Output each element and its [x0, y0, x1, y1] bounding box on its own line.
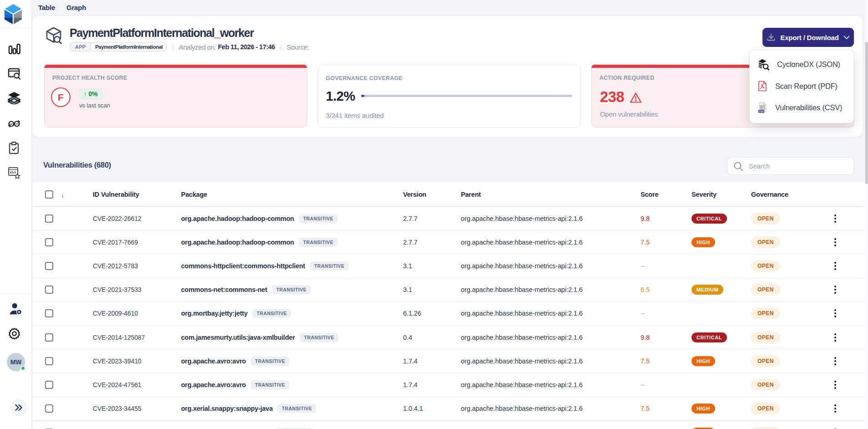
column-header-score[interactable]: Score [641, 191, 658, 198]
sidebar-expand-button[interactable] [10, 399, 27, 416]
cell-governance: OPEN [751, 284, 780, 296]
csv-icon: CSV [757, 102, 767, 113]
menu-item-scan-report-pdf[interactable]: Scan Report (PDF) [750, 76, 854, 97]
kebab-dot [834, 214, 836, 216]
cell-package: org.apache.hadoop:hadoop-common TRANSITI… [181, 214, 338, 223]
search-box [727, 157, 854, 175]
scrollbar-thumb[interactable] [865, 42, 868, 184]
sidebar-item-reports[interactable] [8, 167, 20, 179]
sidebar-item-scan-explorer[interactable] [8, 67, 20, 80]
cell-id: CVE-2014-125087 [93, 334, 145, 341]
cell-parent: org.apache.hbase:hbase-metrics-api:2.1.6 [461, 215, 583, 222]
cell-parent: org.apache.hbase:hbase-metrics-api:2.1.6 [461, 239, 583, 246]
cell-severity: HIGH [691, 403, 715, 414]
cell-severity: CRITICAL [691, 214, 727, 224]
pdf-icon [757, 81, 767, 92]
row-checkbox[interactable] [45, 286, 53, 294]
cell-parent: org.apache.hbase:hbase-metrics-api:2.1.6 [461, 334, 583, 341]
menu-item-vulnerabilities-csv[interactable]: CSV Vulnerabilities (CSV) [750, 97, 854, 119]
column-header-severity[interactable]: Severity [691, 191, 717, 198]
row-checkbox[interactable] [45, 381, 53, 389]
row-actions-menu[interactable] [832, 285, 839, 294]
row-actions-menu[interactable] [832, 261, 839, 271]
severity-badge: CRITICAL [691, 332, 727, 342]
menu-item-cyclonedx-json[interactable]: CycloneDX (JSON) [750, 54, 854, 76]
column-header-id[interactable]: ID Vulnerability [93, 191, 139, 198]
sort-descending-icon[interactable]: ↓ [61, 190, 65, 198]
export-menu: CycloneDX (JSON) Scan Report (PDF) CSV V… [750, 50, 854, 123]
row-actions-menu[interactable] [832, 357, 839, 366]
column-header-version[interactable]: Version [403, 191, 426, 198]
cell-score: -- [641, 381, 645, 388]
severity-badge: MEDIUM [691, 285, 723, 295]
row-checkbox[interactable] [45, 214, 53, 223]
kebab-dot [834, 381, 836, 383]
row-checkbox[interactable] [45, 262, 53, 270]
gear-icon [8, 327, 20, 340]
transitive-tag: TRANSITIVE [252, 309, 291, 318]
row-actions-menu[interactable] [832, 309, 839, 318]
row-actions-menu[interactable] [832, 404, 839, 413]
vertical-scrollbar[interactable] [865, 0, 868, 429]
cyclonedx-icon [757, 59, 769, 71]
kebab-dot [834, 333, 836, 335]
sidebar-item-dashboard[interactable] [8, 42, 20, 55]
row-checkbox[interactable] [45, 309, 53, 317]
sidebar-item-layers[interactable] [8, 92, 20, 104]
governance-coverage-value: 1.2% [326, 89, 355, 104]
sidebar-item-settings[interactable] [8, 327, 20, 340]
report-star-icon [8, 167, 20, 179]
cell-id: CVE-2023-39410 [93, 358, 141, 365]
package-name: commons-net:commons-net [181, 286, 267, 293]
table-row: CVE-2024-47561 org.apache.avro:avro TRAN… [33, 373, 865, 397]
transitive-tag: TRANSITIVE [251, 380, 289, 389]
sidebar-item-users[interactable] [9, 302, 22, 315]
column-header-governance[interactable]: Governance [751, 191, 788, 198]
row-checkbox[interactable] [45, 238, 53, 246]
cell-score: -- [641, 310, 645, 317]
row-checkbox[interactable] [45, 333, 53, 342]
row-checkbox[interactable] [45, 404, 53, 413]
kebab-dot [834, 309, 836, 311]
governance-badge: OPEN [751, 307, 780, 319]
row-actions-menu[interactable] [832, 380, 839, 389]
meta-separator: | [172, 43, 174, 51]
row-actions-menu[interactable] [832, 214, 839, 223]
sidebar-item-devops[interactable]: DEV OPS [8, 117, 20, 130]
governance-progress-fill [361, 95, 364, 97]
cell-score: 9.8 [641, 215, 650, 222]
view-tabs: Table Graph [0, 0, 868, 16]
page-title: PaymentPlatformInternational_worker [70, 26, 253, 40]
column-header-package[interactable]: Package [181, 191, 207, 198]
action-required-value: 238 [600, 88, 625, 106]
app-logo-icon[interactable] [5, 4, 22, 25]
cell-version: 1.0.4.1 [403, 405, 423, 412]
search-input[interactable] [749, 163, 840, 170]
row-actions-menu[interactable] [832, 333, 839, 342]
sidebar-item-audit[interactable] [8, 142, 20, 154]
user-plus-icon [9, 302, 22, 315]
governance-badge: OPEN [751, 379, 780, 391]
transitive-tag: TRANSITIVE [251, 357, 289, 366]
cell-package: org.mortbay.jetty:jetty TRANSITIVE [181, 309, 291, 318]
tab-graph[interactable]: Graph [66, 4, 86, 11]
cell-parent: org.apache.hbase:hbase-metrics-api:2.1.6 [461, 310, 583, 317]
tab-table[interactable]: Table [38, 4, 55, 11]
cell-governance: OPEN [751, 379, 780, 391]
column-header-parent[interactable]: Parent [461, 191, 481, 198]
kebab-dot [834, 241, 836, 243]
export-download-button[interactable]: Export / Download [762, 28, 854, 47]
row-checkbox[interactable] [45, 357, 53, 365]
cell-version: 6.1.26 [403, 310, 421, 317]
cell-severity: HIGH [691, 237, 715, 247]
avatar-initials: MW [10, 358, 21, 366]
cell-package: org.apache.avro:avro TRANSITIVE [181, 380, 289, 389]
row-actions-menu[interactable] [832, 238, 839, 247]
avatar[interactable]: MW [7, 353, 25, 371]
cell-id: CVE-2009-4610 [93, 310, 138, 317]
kebab-dot [834, 292, 836, 294]
select-all-checkbox[interactable] [45, 190, 53, 199]
layers-icon [8, 92, 20, 104]
kebab-dot [834, 337, 836, 338]
browser-search-icon [8, 68, 20, 80]
